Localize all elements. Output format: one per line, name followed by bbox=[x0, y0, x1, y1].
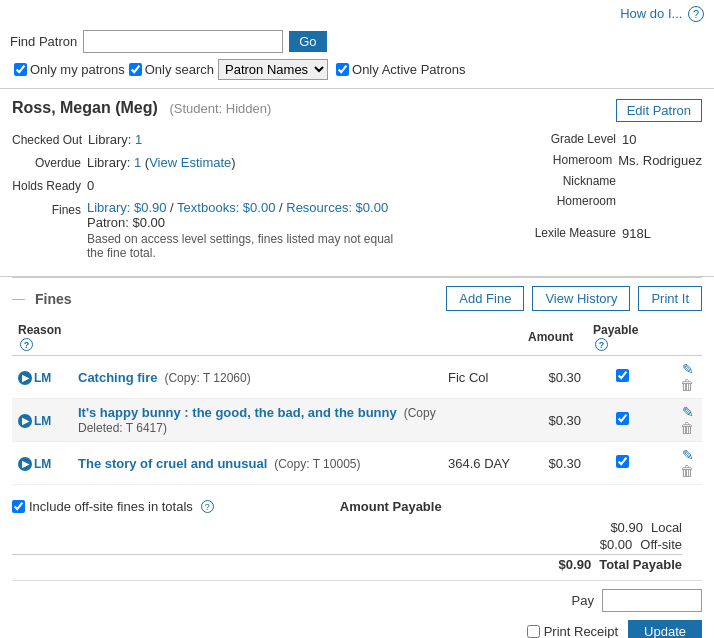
add-fine-button[interactable]: Add Fine bbox=[446, 286, 524, 311]
update-button[interactable]: Update bbox=[628, 620, 702, 638]
payable-cell bbox=[587, 442, 657, 485]
title-cell: It's happy bunny : the good, the bad, an… bbox=[72, 399, 442, 442]
active-patrons-checkbox[interactable] bbox=[336, 63, 349, 76]
lm-text: LM bbox=[34, 414, 51, 428]
include-offsite-checkbox[interactable] bbox=[12, 500, 25, 513]
title-cell: The story of cruel and unusual (Copy: T … bbox=[72, 442, 442, 485]
table-row: ▶ LM It's happy bunny : the good, the ba… bbox=[12, 399, 702, 442]
overdue-label: Overdue bbox=[12, 155, 87, 172]
book-title-link[interactable]: Catching fire bbox=[78, 370, 157, 385]
delete-fine-button[interactable]: 🗑 bbox=[678, 420, 696, 436]
lexile-label: Lexile Measure bbox=[522, 226, 622, 241]
only-search-checkbox[interactable] bbox=[129, 63, 142, 76]
patron-names-dropdown[interactable]: Patron Names Patron ID Barcode bbox=[218, 59, 328, 80]
edit-fine-button[interactable]: ✎ bbox=[680, 447, 696, 463]
fines-textbooks-link[interactable]: Textbooks: $0.00 bbox=[177, 200, 275, 215]
payable-col-header: Payable ? bbox=[587, 319, 657, 356]
pay-label: Pay bbox=[572, 593, 594, 608]
homeroom-label: Homeroom bbox=[518, 153, 618, 168]
reason-cell: ▶ LM bbox=[12, 442, 72, 485]
book-title-link[interactable]: The story of cruel and unusual bbox=[78, 456, 267, 471]
question-icon: ? bbox=[688, 6, 704, 22]
title-col-header bbox=[72, 319, 442, 356]
amount-col-header: Amount bbox=[522, 319, 587, 356]
view-history-button[interactable]: View History bbox=[532, 286, 630, 311]
overdue-library-link[interactable]: 1 bbox=[134, 155, 141, 170]
fines-library-link[interactable]: Library: $0.90 bbox=[87, 200, 167, 215]
print-it-button[interactable]: Print It bbox=[638, 286, 702, 311]
lm-circle-icon: ▶ bbox=[18, 414, 32, 428]
lm-text: LM bbox=[34, 457, 51, 471]
book-title-link[interactable]: It's happy bunny : the good, the bad, an… bbox=[78, 405, 397, 420]
filter-only-search[interactable]: Only search bbox=[129, 62, 214, 77]
edit-patron-button[interactable]: Edit Patron bbox=[616, 99, 702, 122]
actions-cell: ✎ 🗑 bbox=[657, 399, 702, 442]
nickname-label: Nickname bbox=[522, 174, 622, 188]
delete-fine-button[interactable]: 🗑 bbox=[678, 463, 696, 479]
amount-payable-title: Amount Payable bbox=[340, 499, 442, 514]
payable-cell bbox=[587, 399, 657, 442]
payable-cell bbox=[587, 356, 657, 399]
holds-value: 0 bbox=[87, 178, 403, 193]
edit-fine-button[interactable]: ✎ bbox=[680, 404, 696, 420]
actions-col-header bbox=[657, 319, 702, 356]
fines-section-title: Fines bbox=[35, 291, 72, 307]
table-row: ▶ LM Catching fire (Copy: T 12060) Fic C… bbox=[12, 356, 702, 399]
holds-label: Holds Ready bbox=[12, 178, 87, 195]
table-row: ▶ LM The story of cruel and unusual (Cop… bbox=[12, 442, 702, 485]
offsite-amount-line: $0.00 Off-site bbox=[12, 537, 682, 552]
payable-help-icon[interactable]: ? bbox=[595, 338, 608, 351]
print-receipt-label[interactable]: Print Receipt bbox=[527, 624, 618, 638]
call-col-header bbox=[442, 319, 522, 356]
reason-cell: ▶ LM bbox=[12, 356, 72, 399]
amount-cell: $0.30 bbox=[522, 442, 587, 485]
delete-fine-button[interactable]: 🗑 bbox=[678, 377, 696, 393]
checked-out-link[interactable]: 1 bbox=[135, 132, 142, 147]
nickname-value bbox=[622, 174, 702, 188]
actions-cell: ✎ 🗑 bbox=[657, 442, 702, 485]
lm-circle-icon: ▶ bbox=[18, 371, 32, 385]
filter-active-patrons[interactable]: Only Active Patrons bbox=[336, 62, 465, 77]
patron-name: Ross, Megan (Meg) bbox=[12, 99, 158, 116]
fines-label: Fines bbox=[12, 202, 87, 219]
payable-checkbox[interactable] bbox=[616, 412, 629, 425]
total-amount-line: $0.90 Total Payable bbox=[12, 554, 682, 572]
pay-input[interactable] bbox=[602, 589, 702, 612]
reason-help-icon[interactable]: ? bbox=[20, 338, 33, 351]
grade-label: Grade Level bbox=[522, 132, 622, 147]
help-link[interactable]: How do I... ? bbox=[620, 6, 704, 21]
lexile-value: 918L bbox=[622, 226, 702, 241]
copy-info: (Copy: T 12060) bbox=[161, 371, 251, 385]
help-text: How do I... bbox=[620, 6, 682, 21]
include-offsite-label[interactable]: Include off-site fines in totals bbox=[12, 499, 193, 514]
amount-cell: $0.30 bbox=[522, 356, 587, 399]
go-button[interactable]: Go bbox=[289, 31, 326, 52]
checked-out-value: Library: 1 bbox=[88, 132, 403, 147]
checked-out-label: Checked Out bbox=[12, 132, 88, 149]
print-receipt-checkbox[interactable] bbox=[527, 625, 540, 638]
copy-info: (Copy: T 10005) bbox=[271, 457, 361, 471]
fines-resources-link[interactable]: Resources: $0.00 bbox=[286, 200, 388, 215]
filter-my-patrons[interactable]: Only my patrons bbox=[14, 62, 125, 77]
call-number-cell: Fic Col bbox=[442, 356, 522, 399]
payable-checkbox[interactable] bbox=[616, 455, 629, 468]
view-estimate-link[interactable]: View Estimate bbox=[149, 155, 231, 170]
call-number-cell: 364.6 DAY bbox=[442, 442, 522, 485]
find-patron-label: Find Patron bbox=[10, 34, 77, 49]
lm-circle-icon: ▶ bbox=[18, 457, 32, 471]
patron-status: (Student: Hidden) bbox=[169, 101, 271, 116]
search-input[interactable] bbox=[83, 30, 283, 53]
amount-cell: $0.30 bbox=[522, 399, 587, 442]
payable-checkbox[interactable] bbox=[616, 369, 629, 382]
lm-text: LM bbox=[34, 371, 51, 385]
reason-col-header: Reason ? bbox=[12, 319, 72, 356]
my-patrons-checkbox[interactable] bbox=[14, 63, 27, 76]
call-number-cell bbox=[442, 399, 522, 442]
homeroom2-value bbox=[622, 194, 702, 208]
edit-fine-button[interactable]: ✎ bbox=[680, 361, 696, 377]
title-cell: Catching fire (Copy: T 12060) bbox=[72, 356, 442, 399]
reason-cell: ▶ LM bbox=[12, 399, 72, 442]
fines-section-dash: — bbox=[12, 291, 25, 306]
fines-value: Library: $0.90 / Textbooks: $0.00 / Reso… bbox=[87, 200, 403, 260]
offsite-help-icon[interactable]: ? bbox=[201, 500, 214, 513]
